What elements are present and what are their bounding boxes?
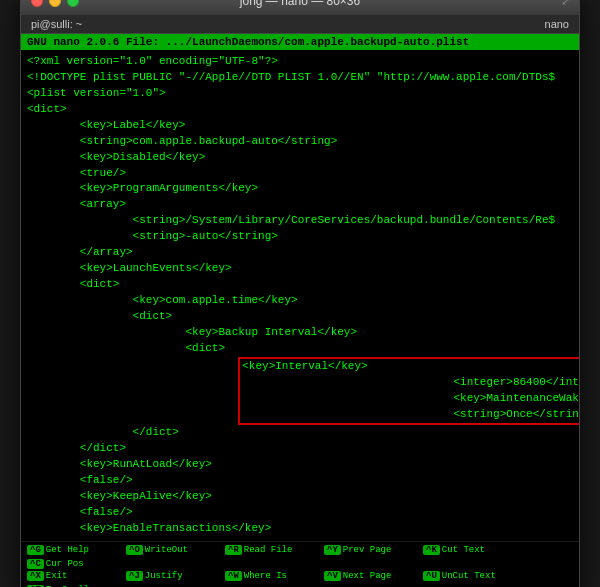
line-18: <key>Backup Interval</key> [27, 325, 573, 341]
ssh-bar: pi@sulli: ~ nano [21, 15, 579, 34]
ssh-app: nano [545, 18, 569, 30]
cmd-label-writeout: WriteOut [145, 545, 188, 555]
line-11: <string>/System/Library/CoreServices/bac… [27, 213, 573, 229]
line-13: </array> [27, 245, 573, 261]
line-1: <?xml version="1.0" encoding="UTF-8"?> [27, 54, 573, 70]
cmd-key-x: ^X [27, 571, 44, 581]
cmd-key-j: ^J [126, 571, 143, 581]
line-after-7: <key>EnableTransactions</key> [27, 521, 573, 537]
shortcut-row-2: ^X Exit ^J Justify ^W Where Is ^V Next P… [27, 571, 573, 587]
cmd-key-o: ^O [126, 545, 143, 555]
ssh-host: pi@sulli: ~ [31, 18, 545, 30]
line-3: <plist version="1.0"> [27, 86, 573, 102]
editor-content[interactable]: <?xml version="1.0" encoding="UTF-8"?> <… [21, 50, 579, 541]
line-after-2: </dict> [27, 441, 573, 457]
cmd-key-w: ^W [225, 571, 242, 581]
cmd-key-r: ^R [225, 545, 242, 555]
line-after-4: <false/> [27, 473, 573, 489]
shortcut-row-1: ^G Get Help ^O WriteOut ^R Read File ^Y … [27, 545, 573, 569]
cmd-justify: ^J Justify [126, 571, 221, 581]
line-after-1: </dict> [27, 425, 573, 441]
cmd-key-v: ^V [324, 571, 341, 581]
traffic-lights [31, 0, 79, 7]
resize-icon: ⤢ [561, 0, 571, 8]
cmd-key-c: ^C [27, 559, 44, 569]
cmd-next-page: ^V Next Page [324, 571, 419, 581]
line-10: <array> [27, 197, 573, 213]
cmd-cut-text: ^K Cut Text [423, 545, 518, 555]
cmd-label-get-help: Get Help [46, 545, 89, 555]
terminal-window: jong — nano — 80×36 ⤢ pi@sulli: ~ nano G… [20, 0, 580, 587]
cmd-uncut-text: ^U UnCut Text [423, 571, 518, 581]
line-14: <key>LaunchEvents</key> [27, 261, 573, 277]
line-highlighted: <key>Interval</key> <integer>86400</inte… [27, 357, 573, 426]
cmd-cur-pos: ^C Cur Pos [27, 559, 122, 569]
line-6: <string>com.apple.backupd-auto</string> [27, 134, 573, 150]
cmd-get-help: ^G Get Help [27, 545, 122, 555]
line-9: <key>ProgramArguments</key> [27, 181, 573, 197]
cmd-key-k: ^K [423, 545, 440, 555]
line-15: <dict> [27, 277, 573, 293]
cmd-label-uncut-text: UnCut Text [442, 571, 496, 581]
cmd-label-prev-page: Prev Page [343, 545, 392, 555]
window-title: jong — nano — 80×36 [240, 0, 360, 8]
maximize-button[interactable] [67, 0, 79, 7]
cmd-label-justify: Justify [145, 571, 183, 581]
line-17: <dict> [27, 309, 573, 325]
cmd-label-cur-pos: Cur Pos [46, 559, 84, 569]
cmd-key-u: ^U [423, 571, 440, 581]
line-19: <dict> [27, 341, 573, 357]
line-4: <dict> [27, 102, 573, 118]
line-after-3: <key>RunAtLoad</key> [27, 457, 573, 473]
highlight-region: <key>Interval</key> <integer>86400</inte… [238, 357, 580, 425]
line-12: <string>-auto</string> [27, 229, 573, 245]
close-button[interactable] [31, 0, 43, 7]
line-7: <key>Disabled</key> [27, 150, 573, 166]
line-2: <!DOCTYPE plist PUBLIC "-//Apple//DTD PL… [27, 70, 573, 86]
cmd-key-g: ^G [27, 545, 44, 555]
cmd-where-is: ^W Where Is [225, 571, 320, 581]
minimize-button[interactable] [49, 0, 61, 7]
cmd-exit: ^X Exit [27, 571, 122, 581]
cmd-label-where-is: Where Is [244, 571, 287, 581]
line-16: <key>com.apple.time</key> [27, 293, 573, 309]
cmd-label-next-page: Next Page [343, 571, 392, 581]
titlebar: jong — nano — 80×36 ⤢ [21, 0, 579, 15]
cmd-read-file: ^R Read File [225, 545, 320, 555]
cmd-label-read-file: Read File [244, 545, 293, 555]
nano-bottom-bar: ^G Get Help ^O WriteOut ^R Read File ^Y … [21, 541, 579, 587]
line-after-5: <key>KeepAlive</key> [27, 489, 573, 505]
cmd-writeout: ^O WriteOut [126, 545, 221, 555]
line-5: <key>Label</key> [27, 118, 573, 134]
nano-statusbar: GNU nano 2.0.6 File: .../LaunchDaemons/c… [21, 34, 579, 50]
cmd-key-y: ^Y [324, 545, 341, 555]
line-8: <true/> [27, 166, 573, 182]
cmd-prev-page: ^Y Prev Page [324, 545, 419, 555]
cmd-label-cut-text: Cut Text [442, 545, 485, 555]
statusbar-text: GNU nano 2.0.6 File: .../LaunchDaemons/c… [27, 36, 469, 48]
cmd-label-exit: Exit [46, 571, 68, 581]
line-after-6: <false/> [27, 505, 573, 521]
